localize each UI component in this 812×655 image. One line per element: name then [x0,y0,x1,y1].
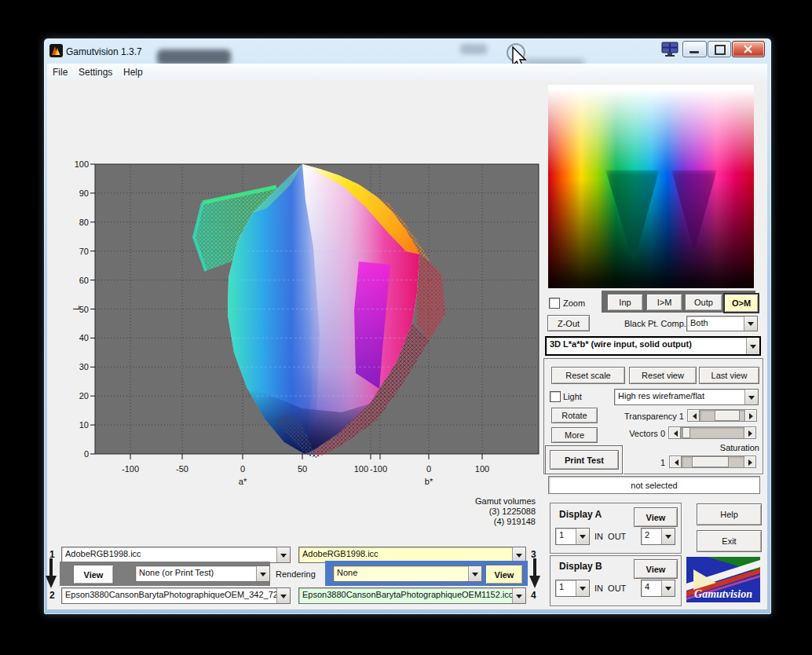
display-b-in-dropdown[interactable]: 1 [555,580,590,597]
minimize-button[interactable] [682,41,707,57]
help-button[interactable]: Help [697,503,762,525]
chevron-down-icon[interactable] [661,529,675,544]
display-b-inout-label: IN OUT [594,584,626,593]
gamut-clip-shape [605,170,659,264]
color-gamut-preview-image[interactable] [548,85,754,288]
x-axis-label-a: a* [239,477,247,486]
profile-1-dropdown[interactable]: AdobeRGB1998.icc [61,547,291,563]
y-axis-label: L [71,306,81,310]
display-monitor-icon[interactable] [661,42,680,57]
print-test-button[interactable]: Print Test [550,450,619,470]
y-tick: 100 [75,159,89,169]
black-pt-comp-dropdown[interactable]: Both [686,316,758,331]
profile-2-value: Epson3880CansonBarytaPhotographiqueOEM_3… [62,588,276,603]
slider-thumb[interactable] [715,410,740,421]
arrow-down-right-icon [529,558,541,588]
o-to-m-button[interactable]: O>M [723,293,759,313]
z-out-button[interactable]: Z-Out [547,315,590,331]
light-checkbox[interactable] [550,391,561,402]
slider-right-arrow[interactable] [744,426,756,439]
y-tick: 60 [79,276,89,285]
vectors-slider[interactable] [668,426,756,439]
x-tick: 100 [475,464,489,474]
menu-help[interactable]: Help [123,67,143,78]
chevron-down-icon[interactable] [512,588,525,603]
chevron-down-icon[interactable] [256,566,269,581]
minimize-icon [689,51,699,53]
saturation-slider[interactable] [669,456,756,468]
view-input-button[interactable]: View [73,565,114,584]
chevron-down-icon[interactable] [746,338,759,354]
maximize-button[interactable] [708,41,731,57]
slider-left-arrow[interactable] [687,409,700,422]
wireframe-mode-dropdown[interactable]: High res wireframe/flat [614,389,759,405]
display-b-title: Display B [559,561,602,572]
slider-left-arrow[interactable] [668,426,681,439]
app-icon [49,44,63,57]
slider-track[interactable] [700,409,744,422]
outp-button[interactable]: Outp [685,294,722,311]
slider-thumb[interactable] [682,427,690,438]
gamut-3d-plot[interactable]: 100 90 80 70 60 50 40 30 20 10 0 L -100 … [67,153,550,489]
x-tick: -100 [370,464,387,474]
vectors-label: Vectors 0 [602,429,665,438]
x-tick: 0 [240,464,245,474]
logo-text: Gamutvision [694,588,752,600]
i-to-m-button[interactable]: I>M [646,294,682,311]
display-a-in-dropdown[interactable]: 1 [555,528,590,545]
chevron-down-icon[interactable] [576,529,589,544]
screenshot-root: Gamutvision 1.3.7 File Settings Help [0,0,812,655]
y-tick: 0 [84,449,89,459]
slider-left-arrow[interactable] [669,456,682,468]
chevron-down-icon[interactable] [744,390,758,404]
maximize-icon [715,45,726,55]
display-mode-dropdown[interactable]: 3D L*a*b* (wire input, solid output) [545,336,761,356]
x-axis-label-b: b* [425,477,433,486]
y-tick: 90 [79,188,89,198]
title-bar[interactable] [47,39,767,64]
black-pt-comp-value: Both [687,317,744,331]
transparency-slider[interactable] [687,409,757,422]
slider-track[interactable] [682,456,744,468]
exit-button[interactable]: Exit [697,530,762,552]
chevron-down-icon[interactable] [744,317,757,331]
close-button[interactable] [732,41,765,57]
chevron-down-icon[interactable] [468,566,481,581]
view-output-button[interactable]: View [485,565,523,584]
zoom-label: Zoom [563,298,585,308]
chevron-down-icon[interactable] [276,588,290,603]
menu-file[interactable]: File [53,67,68,78]
gamutvision-logo: Gamutvision [686,557,760,602]
display-mode-value: 3D L*a*b* (wire input, solid output) [547,338,746,354]
slider-thumb[interactable] [692,456,730,467]
slider-right-arrow[interactable] [744,456,756,468]
window-title: Gamutvision 1.3.7 [66,46,142,57]
zoom-checkbox[interactable] [549,298,560,309]
rendering-intent-dropdown[interactable]: None [333,565,482,582]
display-b-out-dropdown[interactable]: 4 [641,580,675,597]
profile-4-dropdown[interactable]: Epson3880CansonBarytaPhotographiqueOEM11… [298,587,526,604]
slider-track[interactable] [681,426,744,439]
chevron-down-icon[interactable] [661,580,675,596]
gamut-volumes-title: Gamut volumes [393,496,536,506]
inp-button[interactable]: Inp [607,294,643,311]
x-tick: -50 [176,464,188,474]
display-a-title: Display A [559,509,602,520]
slider-right-arrow[interactable] [744,409,757,422]
profile-2-dropdown[interactable]: Epson3880CansonBarytaPhotographiqueOEM_3… [61,587,291,604]
display-a-out-dropdown[interactable]: 2 [641,528,675,545]
display-a-inout-label: IN OUT [594,532,626,541]
menu-settings[interactable]: Settings [79,67,112,78]
transparency-label: Transparency 1 [605,412,684,421]
chevron-down-icon[interactable] [276,547,290,562]
print-test-dropdown[interactable]: None (or Print Test) [135,565,270,582]
reset-scale-button[interactable]: Reset scale [551,367,625,384]
display-b-view-button[interactable]: View [634,559,678,579]
last-view-button[interactable]: Last view [699,367,759,384]
more-button[interactable]: More [551,427,598,443]
y-tick: 30 [79,362,89,371]
rotate-button[interactable]: Rotate [551,408,598,423]
chevron-down-icon[interactable] [576,580,589,596]
display-a-view-button[interactable]: View [634,507,678,527]
reset-view-button[interactable]: Reset view [629,367,697,384]
